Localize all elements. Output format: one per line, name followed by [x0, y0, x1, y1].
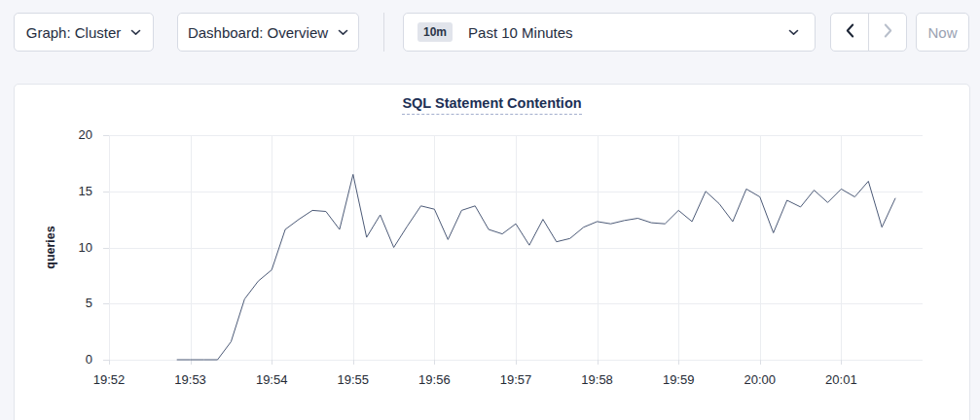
series-line [177, 174, 895, 360]
chevron-left-icon [846, 23, 854, 42]
dashboard-dropdown[interactable]: Dashboard: Overview [177, 13, 359, 52]
y-tick-label: 10 [52, 240, 92, 256]
y-tick-label: 20 [52, 127, 92, 143]
chart-card: SQL Statement Contention queries 0510152… [14, 84, 970, 420]
toolbar-divider [383, 13, 384, 52]
x-tick-label: 19:55 [324, 372, 382, 388]
x-tick-label: 19:56 [405, 372, 463, 388]
x-tick-label: 20:00 [731, 372, 789, 388]
time-shift-prev-button[interactable] [831, 14, 868, 51]
x-tick-label: 20:01 [812, 372, 870, 388]
time-range-badge: 10m [417, 22, 453, 42]
time-range-dropdown[interactable]: 10m Past 10 Minutes [403, 13, 816, 52]
x-tick-label: 19:59 [649, 372, 708, 388]
graph-dropdown[interactable]: Graph: Cluster [14, 13, 154, 52]
x-tick-label: 19:57 [487, 372, 545, 388]
y-tick-label: 5 [52, 296, 92, 311]
x-tick-label: 19:53 [162, 372, 220, 388]
x-tick-label: 19:52 [80, 372, 138, 388]
x-tick-label: 19:58 [568, 372, 627, 388]
chevron-down-icon [338, 29, 348, 36]
toolbar: Graph: Cluster Dashboard: Overview 10m P… [0, 0, 980, 84]
time-shift-button-group [830, 13, 907, 52]
now-button-label: Now [927, 24, 957, 41]
chevron-down-icon [130, 29, 141, 36]
chevron-down-icon [788, 29, 799, 36]
y-tick-label: 15 [52, 184, 92, 199]
graph-dropdown-label: Graph: Cluster [26, 24, 122, 41]
chart-plot-area[interactable] [109, 135, 923, 360]
chart-title-link[interactable]: SQL Statement Contention [402, 95, 581, 115]
time-range-label: Past 10 Minutes [468, 24, 573, 41]
time-shift-next-button[interactable] [868, 14, 906, 51]
dashboard-dropdown-label: Dashboard: Overview [188, 24, 328, 41]
y-tick-label: 0 [52, 352, 92, 368]
x-tick-label: 19:54 [242, 372, 301, 388]
chevron-right-icon [884, 23, 892, 42]
now-button[interactable]: Now [916, 13, 969, 52]
chart-title: SQL Statement Contention [15, 94, 969, 115]
